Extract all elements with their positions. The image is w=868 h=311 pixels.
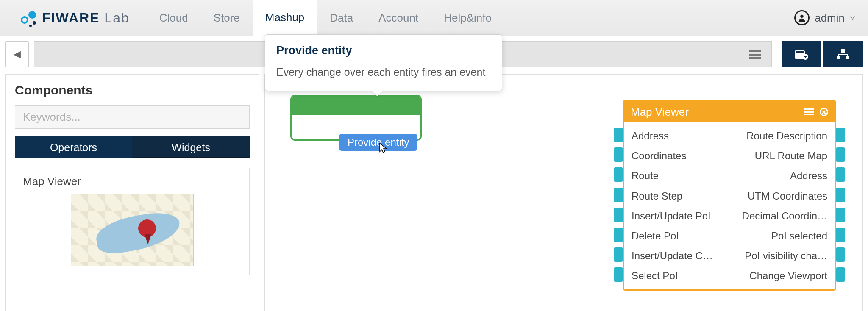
output-port[interactable] <box>836 247 845 262</box>
svg-point-0 <box>801 15 804 18</box>
output-port[interactable] <box>836 228 845 242</box>
endpoint-tooltip: Provide entity Every change over each en… <box>265 34 502 91</box>
widget-node-menu-icon[interactable] <box>804 108 814 115</box>
output-endpoint-label[interactable]: URL Route Map <box>755 149 827 162</box>
svg-rect-9 <box>846 56 849 59</box>
widget-endpoint-row: Delete PoIPoI selected <box>624 226 835 246</box>
widget-node-map-viewer[interactable]: Map Viewer AddressRoute DescriptionCoord… <box>623 100 836 291</box>
widget-node-header[interactable]: Map Viewer <box>624 101 835 122</box>
user-menu[interactable]: admin ⋎ <box>794 10 855 25</box>
widget-node-title: Map Viewer <box>631 106 804 119</box>
output-endpoint-label[interactable]: PoI selected <box>771 229 827 242</box>
input-port[interactable] <box>614 247 623 262</box>
tooltip-title: Provide entity <box>276 44 491 57</box>
sitemap-icon <box>836 48 850 60</box>
user-name: admin <box>815 11 845 25</box>
input-endpoint-label[interactable]: Insert/Update PoI <box>632 209 711 222</box>
widget-node-close-icon[interactable] <box>820 108 828 116</box>
widget-endpoint-row: Insert/Update PoIDecimal Coordin… <box>624 206 835 226</box>
components-tabs: Operators Widgets <box>6 136 259 165</box>
svg-rect-8 <box>837 56 840 59</box>
input-endpoint-label[interactable]: Delete PoI <box>632 229 679 242</box>
input-port[interactable] <box>614 128 623 142</box>
wiring-canvas[interactable]: Provide entity Every change over each en… <box>264 74 863 311</box>
input-endpoint-label[interactable]: Insert/Update C… <box>632 249 713 262</box>
components-title: Components <box>6 75 259 105</box>
input-endpoint-label[interactable]: Route Step <box>632 189 682 203</box>
svg-rect-7 <box>841 49 845 53</box>
input-endpoint-label[interactable]: Address <box>632 129 669 142</box>
brand-logo-mark <box>19 8 38 27</box>
input-port[interactable] <box>614 228 623 242</box>
widget-endpoint-row: Insert/Update C…PoI visibility cha… <box>624 246 835 266</box>
input-port[interactable] <box>614 188 623 202</box>
components-panel: Components Operators Widgets Map Viewer <box>5 74 259 311</box>
brand-name-bold: FIWARE <box>42 10 100 25</box>
output-endpoint-label[interactable]: Decimal Coordin… <box>742 209 827 222</box>
output-port[interactable] <box>836 147 845 162</box>
widget-card-thumbnail <box>71 194 194 266</box>
output-port[interactable] <box>836 208 845 222</box>
add-component-button[interactable] <box>782 41 821 67</box>
tab-operators[interactable]: Operators <box>15 136 132 158</box>
input-endpoint-label[interactable]: Coordinates <box>632 149 686 162</box>
widget-node-endpoints: AddressRoute DescriptionCoordinatesURL R… <box>624 122 835 289</box>
chevron-down-icon: ⋎ <box>850 13 855 22</box>
output-endpoint-label[interactable]: Change Viewport <box>749 269 827 282</box>
output-port[interactable] <box>836 267 845 282</box>
svg-rect-6 <box>805 56 806 58</box>
widget-endpoint-row: Select PoIChange Viewport <box>624 266 835 286</box>
output-endpoint-label[interactable]: Route Description <box>746 129 827 142</box>
wiring-view-button[interactable] <box>823 41 863 67</box>
output-endpoint-label[interactable]: UTM Coordinates <box>748 189 827 203</box>
widget-card-map-viewer[interactable]: Map Viewer <box>15 168 250 275</box>
output-port[interactable] <box>836 128 845 142</box>
output-port[interactable] <box>836 167 845 182</box>
nav-account[interactable]: Account <box>366 0 431 36</box>
nav-cloud[interactable]: Cloud <box>147 0 201 36</box>
toolbar-actions <box>782 41 863 67</box>
main-nav: Cloud Store Mashup Data Account Help&inf… <box>147 0 504 36</box>
input-port[interactable] <box>614 147 623 162</box>
map-pin-icon <box>138 219 159 241</box>
output-endpoint-label[interactable]: Address <box>790 169 827 182</box>
input-endpoint-label[interactable]: Select PoI <box>632 269 678 282</box>
input-port[interactable] <box>614 167 623 182</box>
widget-endpoint-row: CoordinatesURL Route Map <box>624 146 835 166</box>
output-endpoint-label[interactable]: PoI visibility cha… <box>745 249 827 262</box>
components-search-input[interactable] <box>15 105 250 129</box>
input-port[interactable] <box>614 267 623 282</box>
widget-card-title: Map Viewer <box>23 175 242 188</box>
nav-mashup[interactable]: Mashup <box>253 0 317 36</box>
hamburger-icon <box>749 50 761 59</box>
back-button[interactable]: ◀ <box>5 41 29 67</box>
user-avatar-icon <box>794 10 810 25</box>
brand-logo: FIWARE Lab <box>19 8 130 27</box>
input-port[interactable] <box>614 208 623 222</box>
widget-endpoint-row: Route StepUTM Coordinates <box>624 186 835 206</box>
widget-endpoint-row: RouteAddress <box>624 166 835 186</box>
nav-store[interactable]: Store <box>201 0 253 36</box>
app-header: FIWARE Lab Cloud Store Mashup Data Accou… <box>0 0 868 36</box>
tab-widgets[interactable]: Widgets <box>132 136 250 158</box>
tooltip-body: Every change over each entity fires an e… <box>276 65 491 80</box>
brand-logo-text: FIWARE Lab <box>42 10 130 26</box>
box-plus-icon <box>794 48 809 60</box>
output-port[interactable] <box>836 188 845 202</box>
endpoint-provide-entity[interactable]: Provide entity <box>339 134 417 151</box>
breadcrumb-menu-button[interactable] <box>739 42 772 67</box>
widget-endpoint-row: AddressRoute Description <box>624 126 835 146</box>
brand-name-thin: Lab <box>104 10 129 25</box>
input-endpoint-label[interactable]: Route <box>632 169 659 182</box>
nav-helpinfo[interactable]: Help&info <box>431 0 504 36</box>
main-area: Components Operators Widgets Map Viewer … <box>0 74 868 311</box>
nav-data[interactable]: Data <box>317 0 366 36</box>
